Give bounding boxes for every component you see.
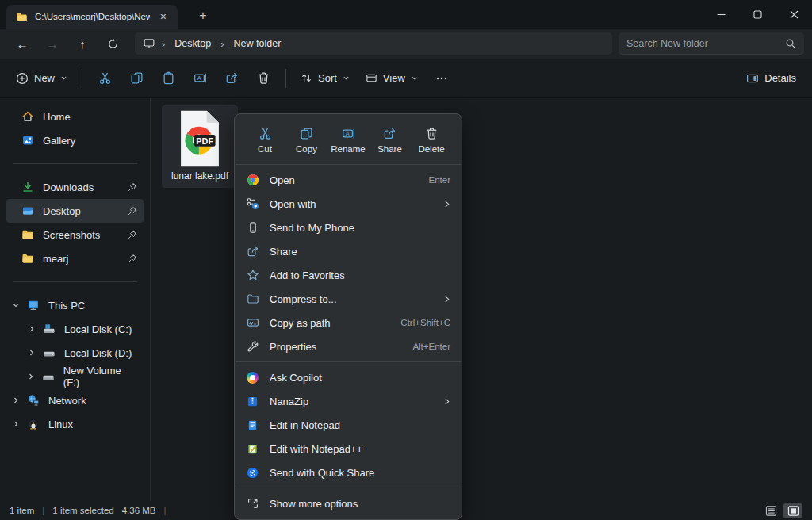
rename-button[interactable]: A [184, 65, 216, 92]
sidebar-item-label: Screenshots [43, 229, 100, 241]
menu-item-properties[interactable]: Properties Alt+Enter [235, 335, 462, 358]
chevron-right-icon[interactable] [25, 349, 38, 357]
sidebar-item-local-disk-c[interactable]: Local Disk (C:) [6, 317, 144, 341]
home-icon [21, 110, 34, 123]
menu-item-copy-as-path[interactable]: Copy as path Ctrl+Shift+C [235, 311, 462, 335]
sidebar-item-this-pc[interactable]: This PC [6, 293, 144, 317]
pin-icon [128, 254, 137, 263]
context-menu: Cut Copy A Rename Share [234, 113, 462, 520]
view-icon [366, 72, 377, 84]
refresh-button[interactable] [98, 32, 127, 55]
sidebar-item-label: Desktop [43, 205, 81, 217]
search-box[interactable] [619, 32, 804, 55]
quick-action-label: Cut [258, 144, 272, 154]
search-input[interactable] [626, 38, 785, 49]
menu-item-share[interactable]: Share [235, 239, 462, 263]
menu-item-send-with-quick-share[interactable]: Send with Quick Share [235, 461, 462, 484]
breadcrumb-item-new-folder[interactable]: New folder [231, 36, 285, 51]
context-menu-quick-actions: Cut Copy A Rename Share [235, 118, 462, 161]
sidebar-item-downloads[interactable]: Downloads [6, 175, 144, 199]
quick-action-label: Copy [296, 144, 317, 154]
explorer-tab[interactable]: C:\Users\mearj\Desktop\New × [6, 5, 178, 29]
back-button[interactable]: ← [8, 32, 36, 55]
sidebar-item-network[interactable]: Network [6, 388, 144, 412]
large-icons-view-toggle[interactable] [783, 503, 802, 518]
menu-item-label: Send with Quick Share [270, 467, 374, 479]
sort-button[interactable]: Sort [293, 67, 358, 90]
search-icon[interactable] [785, 38, 796, 49]
new-tab-button[interactable]: + [193, 6, 213, 25]
copy-button[interactable] [121, 65, 152, 92]
menu-item-show-more-options[interactable]: Show more options [235, 491, 462, 515]
chevron-right-icon[interactable] [25, 373, 36, 380]
details-view-icon [765, 506, 777, 516]
sidebar-item-home[interactable]: Home [6, 105, 144, 128]
menu-item-ask-copilot[interactable]: Ask Copilot [235, 365, 462, 389]
menu-item-label: Edit in Notepad [270, 419, 340, 431]
pin-icon [128, 182, 137, 192]
paste-button[interactable] [152, 65, 184, 92]
maximize-button[interactable] [739, 0, 776, 29]
tab-close-icon[interactable]: × [157, 10, 170, 23]
sidebar-item-desktop[interactable]: Desktop [6, 199, 144, 223]
network-icon [27, 394, 40, 407]
sidebar-item-mearj[interactable]: mearj [6, 247, 144, 270]
submenu-chevron-icon [443, 397, 450, 406]
quick-delete-button[interactable]: Delete [412, 121, 450, 159]
item-count: 1 item [10, 506, 34, 515]
notepad-icon [246, 419, 259, 432]
sidebar-item-linux[interactable]: Linux [6, 412, 144, 436]
quick-rename-button[interactable]: A Rename [329, 121, 367, 159]
new-button[interactable]: New [8, 67, 75, 90]
view-button[interactable]: View [358, 67, 426, 90]
share-button[interactable] [216, 65, 247, 92]
more-options-button[interactable] [426, 65, 458, 92]
sidebar-item-gallery[interactable]: Gallery [6, 128, 144, 152]
cut-button[interactable] [89, 65, 121, 92]
chevron-right-icon[interactable] [10, 396, 22, 404]
details-pane-button[interactable]: Details [738, 67, 804, 90]
menu-item-open-with[interactable]: Open with [235, 192, 462, 216]
quick-cut-button[interactable]: Cut [246, 121, 284, 159]
menu-item-label: Add to Favorites [270, 270, 345, 281]
file-item-lunar-lake-pdf[interactable]: PDF lunar lake.pdf [162, 105, 238, 188]
sidebar-item-label: Network [48, 395, 86, 407]
details-view-toggle[interactable] [761, 503, 780, 518]
sidebar-item-new-volume-f[interactable]: New Volume (F:) [6, 365, 144, 388]
menu-item-send-to-my-phone[interactable]: Send to My Phone [235, 216, 462, 239]
close-button[interactable] [776, 0, 812, 29]
notepad-plus-plus-icon [246, 442, 259, 456]
sidebar-item-label: This PC [48, 300, 85, 312]
quick-action-label: Delete [418, 144, 444, 154]
chevron-down-icon[interactable] [10, 301, 22, 309]
menu-item-label: Properties [270, 341, 316, 353]
chevron-right-icon[interactable] [25, 325, 38, 333]
file-name-label: lunar lake.pdf [171, 170, 228, 182]
chevron-right-icon[interactable] [10, 420, 22, 428]
sidebar-item-local-disk-d[interactable]: Local Disk (D:) [6, 341, 144, 365]
menu-item-open[interactable]: Open Enter [235, 168, 462, 192]
menu-item-compress-to[interactable]: Compress to... [235, 287, 462, 311]
up-button[interactable]: ↑ [68, 32, 97, 55]
forward-button[interactable]: → [38, 32, 67, 55]
chevron-down-icon [411, 75, 418, 82]
menu-divider [236, 361, 461, 362]
menu-item-add-to-favorites[interactable]: Add to Favorites [235, 263, 462, 287]
menu-item-edit-in-notepad[interactable]: Edit in Notepad [235, 413, 462, 437]
toolbar-divider [285, 69, 286, 88]
breadcrumb[interactable]: › Desktop › New folder [135, 32, 612, 55]
copilot-icon [246, 371, 259, 384]
breadcrumb-item-desktop[interactable]: Desktop [171, 36, 214, 51]
minimize-button[interactable] [703, 0, 739, 29]
menu-item-edit-with-notepad-plus-plus[interactable]: Edit with Notepad++ [235, 437, 462, 461]
delete-button[interactable] [247, 65, 279, 92]
menu-item-nanazip[interactable]: NanaZip [235, 389, 462, 413]
quick-share-button[interactable]: Share [371, 121, 409, 159]
quick-copy-button[interactable]: Copy [288, 121, 326, 159]
selection-size: 4.36 MB [122, 506, 156, 515]
status-divider: | [42, 506, 44, 515]
sidebar-item-screenshots[interactable]: Screenshots [6, 223, 144, 247]
menu-item-label: Share [270, 246, 297, 258]
view-button-label: View [383, 72, 405, 84]
chevron-down-icon [60, 75, 67, 82]
